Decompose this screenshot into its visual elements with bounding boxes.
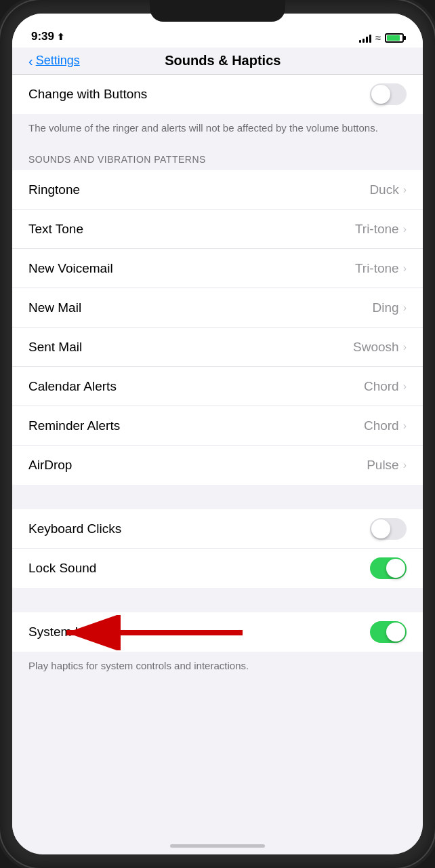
back-chevron-icon: ‹	[28, 54, 33, 68]
status-icons: ≈	[359, 32, 404, 43]
ringtone-row[interactable]: Ringtone Duck ›	[12, 170, 423, 210]
ringtone-chevron-icon: ›	[403, 184, 407, 196]
change-with-buttons-row[interactable]: Change with Buttons	[12, 75, 423, 114]
keyboard-toggle-thumb	[371, 519, 390, 538]
time-display: 9:39	[31, 30, 54, 43]
reminder-alerts-chevron-icon: ›	[403, 420, 407, 432]
new-mail-right: Ding ›	[373, 300, 407, 315]
new-voicemail-value: Tri-tone	[355, 261, 399, 276]
airdrop-right: Pulse ›	[367, 458, 407, 473]
system-haptics-label: System Haptics	[28, 625, 118, 639]
content-area: Change with Buttons The volume of the ri…	[12, 75, 423, 841]
battery-icon	[385, 33, 404, 43]
toggle-settings-group: Keyboard Clicks Lock Sound	[12, 509, 423, 588]
sounds-section-header: SOUNDS AND VIBRATION PATTERNS	[12, 144, 423, 170]
new-mail-label: New Mail	[28, 300, 81, 315]
home-indicator	[170, 844, 265, 848]
change-with-buttons-info: The volume of the ringer and alerts will…	[12, 114, 423, 144]
keyboard-clicks-row[interactable]: Keyboard Clicks	[12, 509, 423, 549]
system-haptics-row[interactable]: System Haptics	[12, 612, 423, 652]
calendar-alerts-right: Chord ›	[364, 379, 407, 394]
signal-bar-3	[366, 37, 368, 43]
new-voicemail-right: Tri-tone ›	[355, 261, 407, 276]
lock-sound-toggle[interactable]	[370, 557, 407, 579]
airdrop-chevron-icon: ›	[403, 459, 407, 471]
text-tone-right: Tri-tone ›	[355, 222, 407, 237]
signal-bar-2	[362, 39, 365, 43]
airdrop-row[interactable]: AirDrop Pulse ›	[12, 446, 423, 485]
ringtone-value: Duck	[369, 182, 398, 197]
text-tone-label: Text Tone	[28, 222, 83, 237]
change-with-buttons-section: Change with Buttons	[12, 75, 423, 114]
sent-mail-chevron-icon: ›	[403, 341, 407, 353]
reminder-alerts-label: Reminder Alerts	[28, 418, 120, 433]
calendar-alerts-value: Chord	[364, 379, 399, 394]
airdrop-label: AirDrop	[28, 458, 72, 473]
lock-toggle-thumb	[386, 559, 405, 578]
sent-mail-label: Sent Mail	[28, 340, 82, 355]
new-mail-value: Ding	[373, 300, 399, 315]
reminder-alerts-right: Chord ›	[364, 418, 407, 433]
ringtone-right: Duck ›	[369, 182, 407, 197]
calendar-alerts-chevron-icon: ›	[403, 380, 407, 393]
system-haptics-toggle[interactable]	[370, 621, 407, 643]
location-icon: ⬆	[57, 32, 64, 42]
keyboard-clicks-label: Keyboard Clicks	[28, 521, 121, 536]
toggle-thumb	[371, 85, 390, 104]
reminder-alerts-row[interactable]: Reminder Alerts Chord ›	[12, 406, 423, 446]
change-with-buttons-toggle[interactable]	[370, 83, 407, 105]
ringtone-label: Ringtone	[28, 182, 80, 197]
sent-mail-row[interactable]: Sent Mail Swoosh ›	[12, 328, 423, 367]
airdrop-value: Pulse	[367, 458, 399, 473]
signal-bar-4	[369, 35, 371, 43]
new-mail-row[interactable]: New Mail Ding ›	[12, 288, 423, 328]
new-voicemail-label: New Voicemail	[28, 261, 113, 276]
wifi-icon: ≈	[375, 32, 381, 43]
page-title: Sounds & Haptics	[80, 53, 366, 68]
back-button[interactable]: ‹ Settings	[28, 54, 80, 68]
keyboard-clicks-toggle[interactable]	[370, 518, 407, 540]
status-time: 9:39 ⬆	[31, 30, 64, 43]
text-tone-chevron-icon: ›	[403, 223, 407, 235]
text-tone-value: Tri-tone	[355, 222, 399, 237]
calendar-alerts-row[interactable]: Calendar Alerts Chord ›	[12, 367, 423, 406]
signal-bar-1	[359, 40, 361, 43]
sent-mail-right: Swoosh ›	[353, 340, 407, 355]
new-voicemail-chevron-icon: ›	[403, 262, 407, 275]
nav-bar: ‹ Settings Sounds & Haptics	[12, 47, 423, 75]
lock-sound-label: Lock Sound	[28, 561, 96, 576]
spacer-2	[12, 588, 423, 612]
reminder-alerts-value: Chord	[364, 418, 399, 433]
back-label[interactable]: Settings	[36, 54, 80, 68]
text-tone-row[interactable]: Text Tone Tri-tone ›	[12, 210, 423, 249]
phone-screen: 9:39 ⬆ ≈ ‹ Settings	[12, 14, 423, 854]
spacer-1	[12, 485, 423, 509]
lock-sound-row[interactable]: Lock Sound	[12, 549, 423, 588]
new-voicemail-row[interactable]: New Voicemail Tri-tone ›	[12, 249, 423, 288]
calendar-alerts-label: Calendar Alerts	[28, 379, 117, 394]
system-haptics-info: Play haptics for system controls and int…	[12, 652, 423, 686]
change-with-buttons-label: Change with Buttons	[28, 87, 147, 102]
sound-settings-group: Ringtone Duck › Text Tone Tri-tone ›	[12, 170, 423, 485]
haptics-toggle-thumb	[386, 623, 405, 642]
signal-bars	[359, 33, 371, 43]
battery-fill	[387, 35, 400, 41]
new-mail-chevron-icon: ›	[403, 302, 407, 314]
sent-mail-value: Swoosh	[353, 340, 399, 355]
system-haptics-section: System Haptics	[12, 612, 423, 652]
phone-frame: 9:39 ⬆ ≈ ‹ Settings	[0, 0, 435, 868]
notch	[150, 0, 285, 22]
